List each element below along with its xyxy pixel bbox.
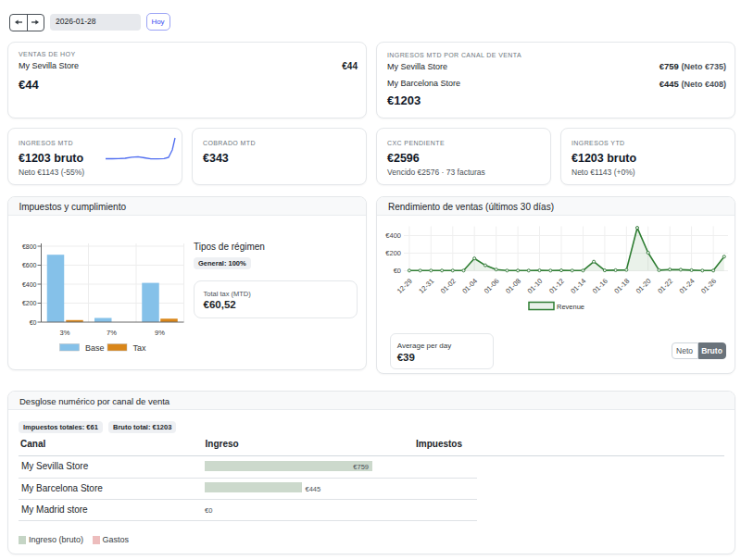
svg-text:12-29: 12-29 <box>396 277 414 295</box>
svg-text:01-22: 01-22 <box>656 277 674 295</box>
svg-text:01-16: 01-16 <box>591 277 609 295</box>
svg-text:01-04: 01-04 <box>460 277 479 295</box>
svg-text:12-31: 12-31 <box>417 277 435 295</box>
svg-text:01-10: 01-10 <box>526 277 545 295</box>
svg-text:01-14: 01-14 <box>569 277 587 295</box>
svg-text:01-02: 01-02 <box>439 277 458 295</box>
svg-text:01-26: 01-26 <box>699 277 718 295</box>
svg-text:01-18: 01-18 <box>612 277 631 295</box>
svg-text:Revenue: Revenue <box>557 303 584 311</box>
svg-text:€0: €0 <box>394 267 401 275</box>
svg-text:01-20: 01-20 <box>634 277 653 295</box>
svg-text:01-24: 01-24 <box>678 277 697 295</box>
svg-text:01-12: 01-12 <box>547 277 566 295</box>
svg-text:€400: €400 <box>385 231 401 240</box>
svg-text:€200: €200 <box>385 249 401 257</box>
svg-text:01-06: 01-06 <box>483 277 501 295</box>
svg-text:01-08: 01-08 <box>504 277 522 295</box>
